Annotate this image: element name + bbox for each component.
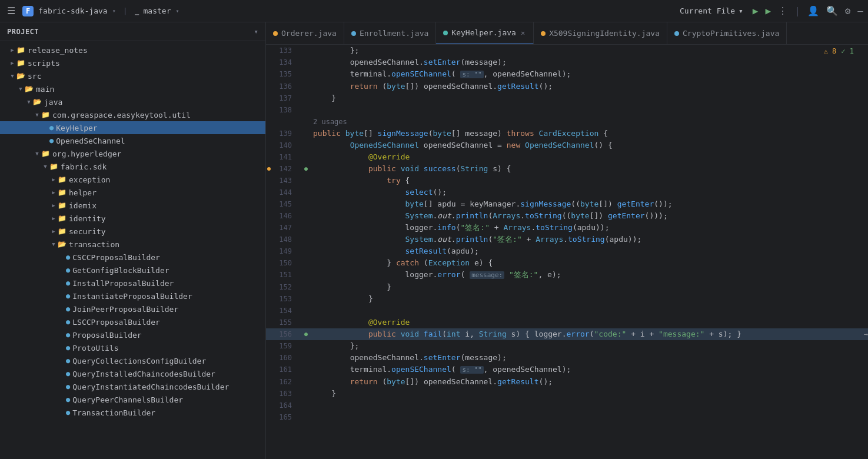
class-file-icon: ● xyxy=(66,395,70,404)
code-line-137: 137 } xyxy=(266,92,868,104)
sidebar-item-src[interactable]: ▼ 📂 src xyxy=(0,69,265,82)
sidebar-item-helper[interactable]: ▶ 📁 helper xyxy=(0,186,265,199)
sidebar-title: Project xyxy=(7,28,39,36)
sidebar-item-proposal[interactable]: ● ProposalBuilder xyxy=(0,328,265,341)
sidebar-item-label: exception xyxy=(69,175,110,184)
code-line-145: 145 byte[] apdu = keyManager.signMessage… xyxy=(266,198,868,210)
run-config[interactable]: Current File ▾ xyxy=(680,6,743,15)
sidebar-item-identity[interactable]: ▶ 📁 identity xyxy=(0,212,265,225)
code-content[interactable]: ⚠ 8 ✓ 1 133 }; 134 xyxy=(266,45,868,459)
sidebar-tree[interactable]: ▶ 📁 release_notes ▶ 📁 scripts ▼ 📂 src xyxy=(0,41,265,459)
sidebar-item-querycollections[interactable]: ● QueryCollectionsConfigBuilder xyxy=(0,354,265,367)
code-line-147: 147 logger.info("签名:" + Arrays.toString(… xyxy=(266,222,868,234)
line-code: @Override xyxy=(311,317,868,328)
sidebar-item-queryinstantiated[interactable]: ● QueryInstantiatedChaincodesBuilder xyxy=(0,380,265,393)
chevron-right-icon: ▶ xyxy=(49,202,58,208)
class-file-icon: ● xyxy=(66,305,70,313)
line-number: 154 xyxy=(266,305,301,317)
tab-orderer[interactable]: Orderer.java xyxy=(266,22,344,45)
folder-open-icon: 📂 xyxy=(33,98,42,106)
sidebar-item-queryinstalled[interactable]: ● QueryInstalledChaincodesBuilder xyxy=(0,367,265,380)
code-editor: ⚠ 8 ✓ 1 133 }; 134 xyxy=(266,45,868,459)
tab-enrollment[interactable]: Enrollment.java xyxy=(344,22,436,45)
gutter-left: ● xyxy=(301,328,311,340)
line-code: return (byte[]) openedSeChannel.getResul… xyxy=(311,81,868,92)
line-code: logger.error( message: "签名:", e); xyxy=(311,269,868,281)
top-bar: ☰ F fabric-sdk-java ▾ | ⎯ master ▾ Curre… xyxy=(0,0,868,22)
sidebar-item-org-hyperledger[interactable]: ▼ 📁 org.hyperledger xyxy=(0,147,265,160)
sidebar-item-joinpeer[interactable]: ● JoinPeerProposalBuilder xyxy=(0,302,265,315)
tab-close-icon[interactable]: ✕ xyxy=(520,29,526,37)
line-number: 164 xyxy=(266,400,301,411)
sidebar-item-instantiate[interactable]: ● InstantiateProposalBuilder xyxy=(0,290,265,302)
sidebar-item-protoutils[interactable]: ● ProtoUtils xyxy=(0,341,265,354)
line-number: 156 xyxy=(266,328,301,340)
sidebar-item-querypeer[interactable]: ● QueryPeerChannelsBuilder xyxy=(0,393,265,406)
line-number: 163 xyxy=(266,388,301,400)
chevron-right-icon: ▶ xyxy=(49,215,58,221)
line-number: 150 xyxy=(266,257,301,269)
code-line-135: 135 terminal.openSEChannel( s: "", opene… xyxy=(266,68,868,81)
line-number: 144 xyxy=(266,187,301,198)
sidebar-item-keyhelper[interactable]: ● KeyHelper xyxy=(0,121,265,134)
sidebar-item-fabric-sdk[interactable]: ▼ 📁 fabric.sdk xyxy=(0,160,265,173)
sidebar-item-label: com.greaspace.easykeytool.util xyxy=(52,111,191,119)
branch-icon: ⎯ xyxy=(135,7,139,15)
debug-button[interactable]: ▶​ xyxy=(765,5,771,16)
line-number: 149 xyxy=(266,245,301,257)
line-number: 159 xyxy=(266,340,301,352)
sidebar-item-lscc[interactable]: ● LSCCProposalBuilder xyxy=(0,315,265,328)
tab-keyhelper[interactable]: KeyHelper.java ✕ xyxy=(436,22,534,45)
sidebar-item-label: identity xyxy=(69,214,106,223)
minimize-icon[interactable]: — xyxy=(857,5,863,16)
project-chevron-icon[interactable]: ▾ xyxy=(112,8,116,14)
tab-x509[interactable]: X509SigningIdentity.java xyxy=(534,22,667,45)
sidebar-item-cscc[interactable]: ● CSCCProposalBuilder xyxy=(0,251,265,264)
class-file-icon: ● xyxy=(66,292,70,300)
code-line-139: 139 public byte[] signMessage(byte[] mes… xyxy=(266,128,868,139)
top-bar-actions: ▶ ▶​ ⋮ | 👤 🔍 ⚙ — xyxy=(753,5,863,16)
usages-label: 2 usages xyxy=(266,116,868,128)
project-name[interactable]: fabric-sdk-java xyxy=(38,6,107,15)
chevron-down-icon: ▼ xyxy=(33,151,41,157)
sidebar-item-security[interactable]: ▶ 📁 security xyxy=(0,225,265,238)
sidebar-item-scripts[interactable]: ▶ 📁 scripts xyxy=(0,56,265,69)
sidebar-item-transaction[interactable]: ▼ 📂 transaction xyxy=(0,238,265,251)
sidebar-item-label: scripts xyxy=(28,59,60,68)
sidebar-item-install[interactable]: ● InstallProposalBuilder xyxy=(0,277,265,290)
folder-open-icon: 📂 xyxy=(25,85,34,93)
sidebar-item-java[interactable]: ▼ 📂 java xyxy=(0,95,265,108)
sidebar-item-idemix[interactable]: ▶ 📁 idemix xyxy=(0,199,265,212)
line-code xyxy=(311,411,868,423)
line-code: openedSeChannel.setEnter(message); xyxy=(311,352,868,364)
tab-crypto[interactable]: CryptoPrimitives.java xyxy=(667,22,787,45)
sidebar-item-label: main xyxy=(36,85,54,94)
settings-icon[interactable]: ⚙ xyxy=(845,5,851,16)
sidebar-item-openedse[interactable]: ● OpenedSeChannel xyxy=(0,134,265,147)
tab-label: Enrollment.java xyxy=(360,29,428,38)
warning-badge: ⚠ 8 xyxy=(824,47,837,55)
code-line-134: 134 openedSeChannel.setEnter(message); xyxy=(266,56,868,68)
tab-dot-icon xyxy=(351,31,356,36)
sidebar-item-label: java xyxy=(44,98,62,107)
sidebar-item-label: transaction xyxy=(69,240,119,249)
branch-name[interactable]: master xyxy=(144,6,171,15)
class-file-icon: ● xyxy=(66,318,70,326)
profile-icon[interactable]: 👤 xyxy=(807,5,819,16)
sidebar-item-com-greaspace[interactable]: ▼ 📁 com.greaspace.easykeytool.util xyxy=(0,108,265,121)
sidebar-chevron[interactable]: ▾ xyxy=(254,27,258,36)
search-icon[interactable]: 🔍 xyxy=(826,5,838,16)
hamburger-menu-icon[interactable]: ☰ xyxy=(5,3,18,19)
sidebar-item-exception[interactable]: ▶ 📁 exception xyxy=(0,173,265,186)
run-button[interactable]: ▶ xyxy=(753,5,759,16)
line-code: terminal.openSEChannel( s: "", openedSeC… xyxy=(311,68,868,81)
sidebar-item-label: GetConfigBlockBuilder xyxy=(72,266,169,275)
sidebar-item-main[interactable]: ▼ 📂 main xyxy=(0,82,265,95)
line-code: } xyxy=(311,293,868,305)
sidebar-item-release-notes[interactable]: ▶ 📁 release_notes xyxy=(0,44,265,56)
sidebar-item-transaction-builder[interactable]: ● TransactionBuilder xyxy=(0,406,265,419)
code-line-143: 143 try { xyxy=(266,175,868,187)
sidebar-item-getconfig[interactable]: ● GetConfigBlockBuilder xyxy=(0,264,265,277)
line-number: 151 xyxy=(266,269,301,281)
more-options-icon[interactable]: ⋮ xyxy=(778,5,787,16)
